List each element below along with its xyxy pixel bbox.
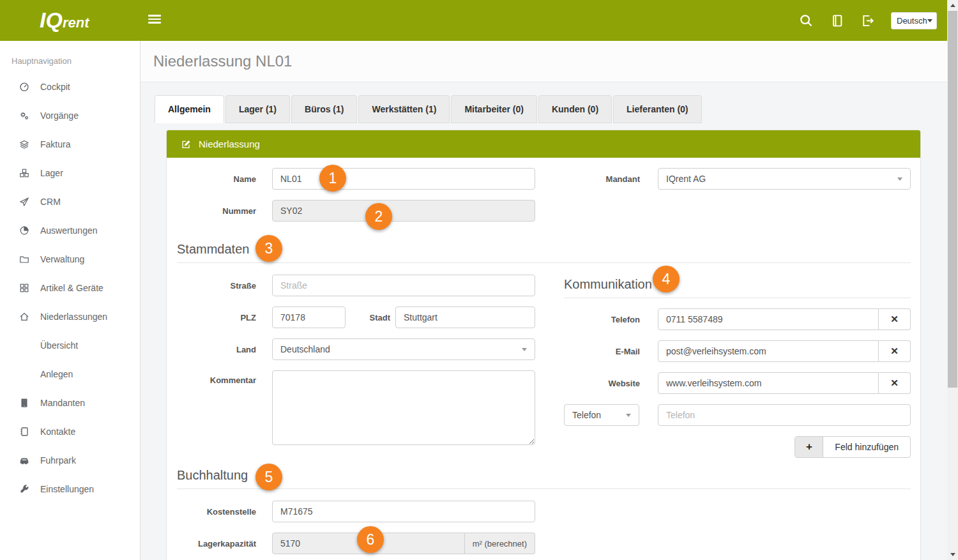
search-icon[interactable] [799, 13, 813, 27]
sidebar-item-label: Mandanten [40, 398, 85, 408]
contact-type-selected-value: Telefon [572, 410, 601, 420]
sidebar-item-anlegen[interactable]: Anlegen [0, 359, 140, 388]
field-row-website: Website ✕ [564, 372, 911, 394]
land-select[interactable]: Deutschland [272, 338, 535, 360]
nummer-input [272, 200, 535, 222]
field-row-plz-stadt: PLZ Stadt [177, 306, 545, 328]
kommentar-label: Kommentar [177, 370, 256, 385]
sidebar-item-cockpit[interactable]: Cockpit [0, 72, 140, 101]
tab-lieferanten[interactable]: Lieferanten (0) [613, 95, 701, 123]
gears-icon [19, 110, 31, 121]
menu-toggle-icon[interactable] [148, 15, 161, 25]
tab-mitarbeiter[interactable]: Mitarbeiter (0) [451, 95, 537, 123]
strasse-input[interactable] [272, 275, 535, 296]
tab-kunden[interactable]: Kunden (0) [538, 95, 612, 123]
gauge-icon [19, 82, 31, 92]
vertical-scrollbar[interactable] [947, 0, 958, 560]
app-logo[interactable]: IQrent [40, 8, 89, 33]
land-selected-value: Deutschland [280, 344, 330, 354]
telefon-clear-button[interactable]: ✕ [879, 308, 911, 330]
language-select[interactable]: Deutsch [891, 12, 937, 29]
tab-lager[interactable]: Lager (1) [225, 95, 290, 123]
sidebar-item-mandanten[interactable]: Mandanten [0, 388, 140, 417]
layers-icon [19, 139, 31, 149]
field-row-telefon: Telefon ✕ [564, 308, 911, 330]
sidebar-item-label: Auswertungen [40, 225, 98, 236]
chevron-down-icon [897, 178, 902, 181]
logout-icon[interactable] [860, 13, 874, 27]
logo-text-main: IQ [40, 8, 63, 32]
add-field-button[interactable]: + Feld hinzufügen [795, 436, 911, 458]
sidebar-item-label: Niederlassungen [40, 312, 107, 322]
sidebar-item-niederlassungen[interactable]: Niederlassungen [0, 302, 140, 331]
field-row-mandant: Mandant IQrent AG [564, 168, 911, 190]
pie-chart-icon [19, 225, 31, 236]
sidebar-item-label: Einstellungen [40, 484, 94, 494]
email-input[interactable] [658, 340, 879, 362]
plus-icon: + [795, 437, 823, 457]
field-row-email: E-Mail ✕ [564, 340, 911, 362]
kostenstelle-input[interactable] [272, 501, 535, 522]
sidebar-item-label: Kontakte [40, 427, 75, 437]
sidebar-item-lager[interactable]: Lager [0, 158, 140, 187]
sidebar-item-kontakte[interactable]: Kontakte [0, 417, 140, 446]
close-icon: ✕ [890, 314, 899, 325]
cubes-icon [19, 168, 31, 178]
stadt-input[interactable] [395, 306, 535, 328]
sidebar-item-vorgaenge[interactable]: Vorgänge [0, 101, 140, 130]
sidebar-item-artikel-geraete[interactable]: Artikel & Geräte [0, 273, 140, 302]
telefon-input[interactable] [658, 308, 879, 330]
edit-icon [181, 139, 192, 149]
kommentar-textarea[interactable] [272, 370, 535, 445]
website-clear-button[interactable]: ✕ [879, 372, 911, 394]
sidebar-item-label: Verwaltung [40, 254, 84, 264]
folder-icon [19, 254, 31, 264]
home-icon [19, 312, 31, 322]
scroll-down-icon[interactable] [947, 549, 958, 560]
chevron-down-icon [522, 348, 527, 351]
scroll-up-icon[interactable] [947, 0, 958, 11]
nummer-label: Nummer [177, 206, 256, 216]
sidebar-item-auswertungen[interactable]: Auswertungen [0, 216, 140, 245]
scrollbar-thumb[interactable] [948, 11, 957, 388]
field-row-new-contact: Telefon [564, 404, 911, 426]
annotation-badge-5: 5 [255, 464, 282, 490]
website-input[interactable] [658, 372, 879, 394]
sidebar-item-label: Artikel & Geräte [40, 283, 103, 293]
logo-text-sub: rent [63, 15, 89, 31]
contacts-book-icon[interactable] [830, 13, 844, 27]
sidebar-caption: Hauptnavigation [0, 41, 140, 72]
tab-allgemein[interactable]: Allgemein [155, 95, 224, 123]
field-row-add: + Feld hinzufügen [564, 436, 911, 458]
sidebar-item-uebersicht[interactable]: Übersicht [0, 331, 140, 359]
name-input[interactable] [272, 168, 535, 190]
sidebar-item-label: Vorgänge [40, 110, 79, 121]
field-row-land: Land Deutschland [177, 338, 545, 360]
new-contact-input[interactable] [658, 404, 911, 426]
tab-werkstaetten[interactable]: Werkstätten (1) [358, 95, 450, 123]
sidebar-item-einstellungen[interactable]: Einstellungen [0, 474, 140, 503]
field-row-name: Name [177, 168, 545, 190]
sidebar-item-verwaltung[interactable]: Verwaltung [0, 245, 140, 273]
sidebar-item-crm[interactable]: CRM [0, 187, 140, 216]
plz-input[interactable] [272, 306, 346, 328]
mandant-select[interactable]: IQrent AG [658, 168, 911, 190]
language-selected-value: Deutsch [897, 16, 927, 26]
kommunikation-heading: Kommunikation [564, 277, 911, 298]
annotation-badge-3: 3 [255, 235, 282, 262]
paper-plane-icon [19, 197, 31, 207]
sidebar: Hauptnavigation Cockpit Vorgänge Faktura… [0, 41, 141, 560]
close-icon: ✕ [890, 377, 899, 389]
sidebar-item-fuhrpark[interactable]: Fuhrpark [0, 446, 140, 474]
car-icon [19, 455, 31, 465]
building-icon [19, 398, 31, 408]
contact-type-select[interactable]: Telefon [564, 404, 639, 426]
sidebar-item-label: CRM [40, 197, 61, 207]
sidebar-item-faktura[interactable]: Faktura [0, 130, 140, 158]
sidebar-item-label: Faktura [40, 139, 70, 149]
chevron-down-icon [927, 19, 932, 22]
lagerkapazitaet-unit: m² (berechnet) [465, 533, 535, 554]
tab-bueros[interactable]: Büros (1) [291, 95, 357, 123]
field-row-nummer: Nummer [177, 200, 545, 222]
email-clear-button[interactable]: ✕ [879, 340, 911, 362]
